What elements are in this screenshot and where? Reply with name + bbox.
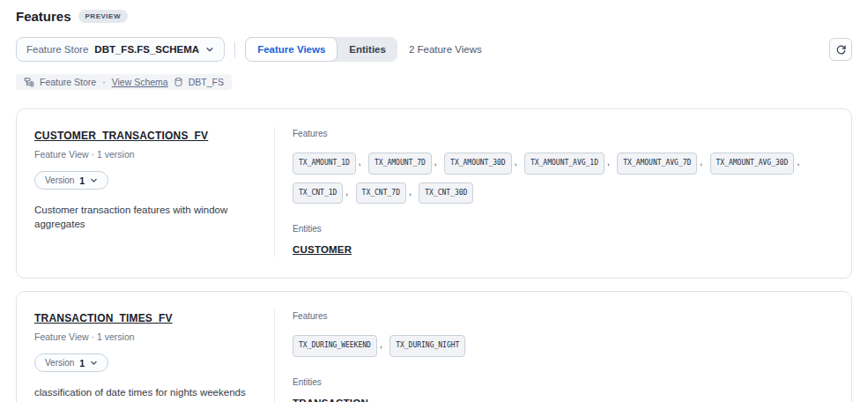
version-value: 1 [79, 358, 85, 368]
chip-separator: , [359, 157, 361, 167]
feature-view-card: TRANSACTION_TIMES_FV Feature View · 1 ve… [16, 291, 852, 402]
entity-link-list: CUSTOMER [293, 241, 834, 257]
breadcrumb-store-label: Feature Store [40, 77, 96, 87]
breadcrumb-database-name: DBT_FS [189, 77, 224, 87]
chevron-down-icon [90, 176, 98, 184]
breadcrumb: Feature Store · View Schema DBT_FS [16, 74, 232, 90]
feature-chip: TX_AMOUNT_AVG_1D [524, 153, 605, 175]
card-detail-column: Features TX_AMOUNT_1D, TX_AMOUNT_7D, TX_… [275, 127, 834, 257]
entity-link[interactable]: TRANSACTION [293, 398, 368, 402]
toolbar: Feature Store DBT_FS.FS_SCHEMA Feature V… [16, 37, 852, 62]
feature-view-description: classification of date times for nights … [34, 385, 274, 399]
store-selector-value: DBT_FS.FS_SCHEMA [94, 44, 199, 55]
version-label: Version [45, 358, 74, 368]
chip-separator: , [700, 157, 702, 167]
entities-section: Entities CUSTOMER [293, 224, 834, 257]
view-schema-link[interactable]: View Schema [112, 77, 168, 87]
card-detail-column: Features TX_DURING_WEEKEND, TX_DURING_NI… [275, 309, 834, 402]
entity-link[interactable]: CUSTOMER [293, 244, 352, 255]
breadcrumb-separator: · [102, 77, 106, 87]
tab-feature-views[interactable]: Feature Views [245, 37, 338, 62]
feature-view-meta: Feature View · 1 version [34, 331, 274, 342]
chip-separator: , [515, 157, 517, 167]
feature-chip: TX_AMOUNT_7D [368, 153, 432, 175]
version-selector[interactable]: Version 1 [34, 354, 108, 372]
feature-chip: TX_AMOUNT_AVG_30D [710, 153, 795, 175]
feature-chip: TX_CNT_30D [419, 182, 473, 205]
view-tabs: Feature Views Entities [245, 37, 397, 62]
store-selector-label: Feature Store [26, 44, 88, 55]
refresh-button[interactable] [829, 38, 852, 61]
feature-view-link[interactable]: TRANSACTION_TIMES_FV [34, 312, 173, 324]
feature-chip: TX_DURING_WEEKEND [293, 335, 377, 357]
features-page: Features PREVIEW Feature Store DBT_FS.FS… [0, 0, 868, 402]
feature-store-selector[interactable]: Feature Store DBT_FS.FS_SCHEMA [16, 37, 225, 62]
feature-chip: TX_AMOUNT_1D [293, 153, 356, 175]
feature-chip: TX_DURING_NIGHT [389, 335, 465, 357]
card-summary-column: CUSTOMER_TRANSACTIONS_FV Feature View · … [34, 127, 274, 257]
entities-section: Entities TRANSACTION [293, 377, 834, 402]
entities-section-label: Entities [293, 377, 834, 387]
card-summary-column: TRANSACTION_TIMES_FV Feature View · 1 ve… [34, 309, 274, 402]
entity-link-list: TRANSACTION [293, 394, 834, 402]
database-icon [174, 77, 183, 87]
entities-section-label: Entities [293, 224, 834, 234]
page-header: Features PREVIEW [16, 9, 852, 24]
chip-separator: , [797, 157, 799, 167]
preview-badge: PREVIEW [78, 10, 128, 23]
chip-separator: , [409, 187, 412, 197]
chip-separator: , [607, 157, 610, 167]
chevron-down-icon [205, 45, 214, 54]
feature-view-description: Customer transaction features with windo… [34, 203, 274, 231]
chip-separator: , [380, 339, 382, 349]
feature-view-card: CUSTOMER_TRANSACTIONS_FV Feature View · … [16, 108, 852, 279]
feature-chip-list: TX_AMOUNT_1D, TX_AMOUNT_7D, TX_AMOUNT_30… [293, 145, 821, 205]
chip-separator: , [434, 157, 437, 167]
refresh-icon [835, 44, 847, 56]
feature-view-link[interactable]: CUSTOMER_TRANSACTIONS_FV [34, 130, 208, 142]
feature-view-meta: Feature View · 1 version [34, 149, 274, 160]
schema-icon [24, 77, 34, 87]
tab-entities[interactable]: Entities [338, 37, 397, 62]
version-selector[interactable]: Version 1 [34, 171, 108, 190]
feature-chip-list: TX_DURING_WEEKEND, TX_DURING_NIGHT [293, 328, 821, 358]
chevron-down-icon [90, 359, 98, 367]
feature-chip: TX_CNT_7D [356, 182, 406, 205]
feature-chip: TX_AMOUNT_30D [444, 153, 512, 175]
features-section-label: Features [293, 311, 834, 321]
feature-chip: TX_CNT_1D [293, 182, 343, 205]
features-section-label: Features [293, 129, 834, 138]
version-value: 1 [79, 175, 85, 186]
chip-separator: , [345, 187, 348, 197]
toolbar-divider [234, 41, 235, 57]
version-label: Version [45, 175, 74, 185]
feature-chip: TX_AMOUNT_AVG_7D [617, 153, 697, 175]
page-title: Features [16, 9, 71, 24]
feature-views-count: 2 Feature Views [409, 44, 482, 55]
